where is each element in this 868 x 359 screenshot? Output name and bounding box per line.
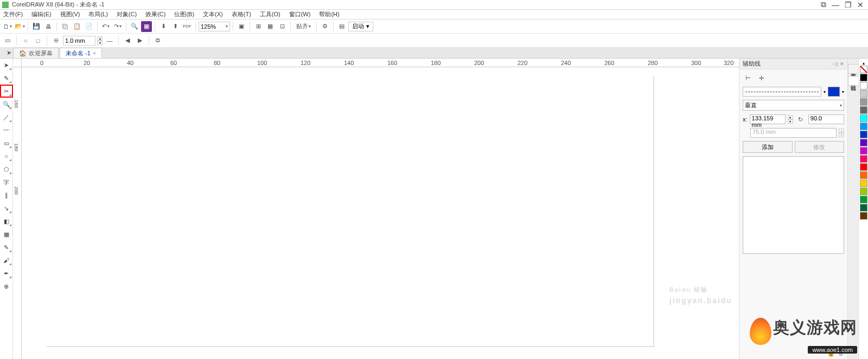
swatch[interactable] bbox=[860, 114, 867, 122]
swatch[interactable] bbox=[860, 188, 867, 195]
ellipse-tool[interactable]: ○ bbox=[1, 151, 12, 162]
drawing-shape[interactable] bbox=[22, 67, 184, 149]
plus-tool[interactable]: ⊕ bbox=[1, 281, 12, 292]
swatch[interactable] bbox=[860, 123, 867, 130]
x-value-field[interactable]: 133.159 mm bbox=[750, 114, 786, 124]
menu-object[interactable]: 对象(C) bbox=[117, 10, 137, 18]
connector-tool[interactable]: ↘ bbox=[1, 203, 12, 214]
guide-cross-icon[interactable]: ✛ bbox=[756, 73, 767, 84]
outline-style-icon[interactable]: — bbox=[104, 35, 115, 46]
options-button[interactable]: ⚙ bbox=[320, 21, 330, 32]
guide-color[interactable] bbox=[828, 87, 840, 97]
zoom-level[interactable]: 125% bbox=[199, 22, 230, 31]
menu-file[interactable]: 文件(F) bbox=[3, 10, 23, 18]
swatch-none[interactable] bbox=[860, 66, 867, 73]
tab-close-icon[interactable]: × bbox=[93, 50, 96, 56]
launch-icon[interactable]: ▤ bbox=[336, 21, 347, 32]
maximize-button[interactable]: ❐ bbox=[845, 1, 852, 9]
menu-text[interactable]: 文本(X) bbox=[203, 10, 223, 18]
swatch[interactable] bbox=[860, 204, 867, 211]
menu-edit[interactable]: 编辑(E) bbox=[31, 10, 52, 18]
crop-tool[interactable]: ✂ bbox=[1, 86, 12, 97]
rulers-button[interactable]: ⊞ bbox=[253, 21, 264, 32]
swatch[interactable] bbox=[860, 98, 867, 106]
ruler-vertical[interactable]: 160 180 200 bbox=[13, 67, 22, 359]
dropshadow-tool[interactable]: ◧ bbox=[1, 216, 12, 227]
shape-rect-icon[interactable]: ▭ bbox=[2, 35, 13, 46]
parallel-tool[interactable]: ∥ bbox=[1, 190, 12, 201]
shape-ellipse-icon[interactable]: ○ bbox=[20, 35, 31, 46]
ruler-corner[interactable] bbox=[13, 59, 22, 67]
eyedropper-tool[interactable]: ✎ bbox=[1, 242, 12, 253]
outline-width-spinners[interactable]: ▴▾ bbox=[97, 36, 103, 45]
undo-button[interactable]: ↶ bbox=[100, 21, 111, 32]
palette-up-icon[interactable]: ▴ bbox=[863, 61, 865, 66]
swatch[interactable] bbox=[860, 212, 867, 220]
guidelines-button[interactable]: ⊡ bbox=[277, 21, 288, 32]
polygon-tool[interactable]: ⬠ bbox=[1, 164, 12, 175]
delete-icon[interactable]: 🗑 bbox=[838, 350, 844, 356]
menu-help[interactable]: 帮助(H) bbox=[319, 10, 339, 18]
swatch[interactable] bbox=[860, 163, 867, 171]
lock-icon[interactable]: 🔒 bbox=[827, 350, 835, 357]
text-tool[interactable]: 字 bbox=[1, 177, 12, 188]
transparency-tool[interactable]: ▦ bbox=[1, 229, 12, 240]
swatch[interactable] bbox=[860, 74, 867, 81]
open-button[interactable]: 📂 bbox=[14, 21, 25, 32]
options-icon[interactable]: ⧉ bbox=[821, 0, 826, 9]
zoom-tool[interactable]: 🔍 bbox=[1, 99, 12, 110]
guide-list[interactable] bbox=[743, 156, 844, 254]
minimize-button[interactable]: — bbox=[832, 1, 839, 9]
guide-orientation[interactable]: 垂直 bbox=[743, 100, 844, 111]
swatch[interactable] bbox=[860, 155, 867, 163]
swatch[interactable] bbox=[860, 171, 867, 179]
ruler-horizontal[interactable]: 0 20 40 60 80 100 120 140 160 180 200 22… bbox=[22, 59, 739, 67]
outline-width-field[interactable]: 1.0 mm bbox=[63, 36, 95, 46]
import-button[interactable]: ⬇ bbox=[158, 21, 169, 32]
menu-window[interactable]: 窗口(W) bbox=[289, 10, 311, 18]
close-button[interactable]: ✕ bbox=[857, 1, 864, 9]
swatch[interactable] bbox=[860, 82, 867, 89]
new-button[interactable]: 🗋 bbox=[2, 21, 13, 32]
paste-button[interactable]: 📋 bbox=[72, 21, 82, 32]
redo-button[interactable]: ↷ bbox=[112, 21, 123, 32]
guide-style[interactable] bbox=[743, 87, 821, 97]
fill-tool[interactable]: 🖌 bbox=[1, 255, 12, 266]
menu-tools[interactable]: 工具(O) bbox=[260, 10, 280, 18]
fullscreen-button[interactable]: ▣ bbox=[236, 21, 247, 32]
guide-h-icon[interactable]: ⊢ bbox=[743, 73, 754, 84]
clipboard-button[interactable]: 📄 bbox=[84, 21, 94, 32]
menu-effects[interactable]: 效果(C) bbox=[145, 10, 165, 18]
swatch[interactable] bbox=[860, 196, 867, 203]
canvas[interactable]: 0 20 40 60 80 100 120 140 160 180 200 22… bbox=[13, 59, 739, 359]
print-button[interactable]: 🖶 bbox=[43, 21, 54, 32]
search-button[interactable]: 🔍 bbox=[129, 21, 140, 32]
angle-field[interactable]: 90.0 bbox=[808, 114, 844, 124]
dock-tab-guides[interactable]: 辅助线 bbox=[848, 76, 859, 86]
menu-view[interactable]: 视图(V) bbox=[60, 10, 80, 18]
grid-button[interactable]: ▦ bbox=[265, 21, 276, 32]
docker-controls[interactable]: ▫ ▯ ✕ bbox=[833, 61, 844, 67]
x-spinners[interactable]: ▴▾ bbox=[788, 115, 793, 124]
save-button[interactable]: 💾 bbox=[31, 21, 42, 32]
snap-dropdown[interactable]: 贴齐 bbox=[293, 21, 314, 32]
arrow-start-icon[interactable]: ◀ bbox=[122, 35, 133, 46]
image-button[interactable]: ▦ bbox=[141, 21, 152, 32]
freehand-tool[interactable]: ／ bbox=[1, 112, 12, 123]
artistic-tool[interactable]: 〰 bbox=[1, 125, 12, 136]
tab-active-doc[interactable]: 未命名 -1 × bbox=[60, 48, 102, 58]
start-button[interactable]: 启动 ▾ bbox=[348, 22, 373, 31]
copy-button[interactable]: ⿻ bbox=[60, 21, 71, 32]
arrow-end-icon[interactable]: ▶ bbox=[135, 35, 145, 46]
swatch[interactable] bbox=[860, 90, 867, 98]
export-button[interactable]: ⬆ bbox=[170, 21, 181, 32]
menu-bitmap[interactable]: 位图(B) bbox=[174, 10, 194, 18]
wrap-icon[interactable]: ⧉ bbox=[152, 35, 163, 46]
shape-square-icon[interactable]: □ bbox=[33, 35, 43, 46]
swatch[interactable] bbox=[860, 147, 867, 155]
pdf-button[interactable]: PDF bbox=[182, 21, 193, 32]
menu-table[interactable]: 表格(T) bbox=[232, 10, 251, 18]
outline-tool[interactable]: ✒ bbox=[1, 268, 12, 279]
rectangle-tool[interactable]: ▭ bbox=[1, 138, 12, 149]
tab-welcome[interactable]: 🏠 欢迎屏幕 bbox=[13, 48, 59, 58]
